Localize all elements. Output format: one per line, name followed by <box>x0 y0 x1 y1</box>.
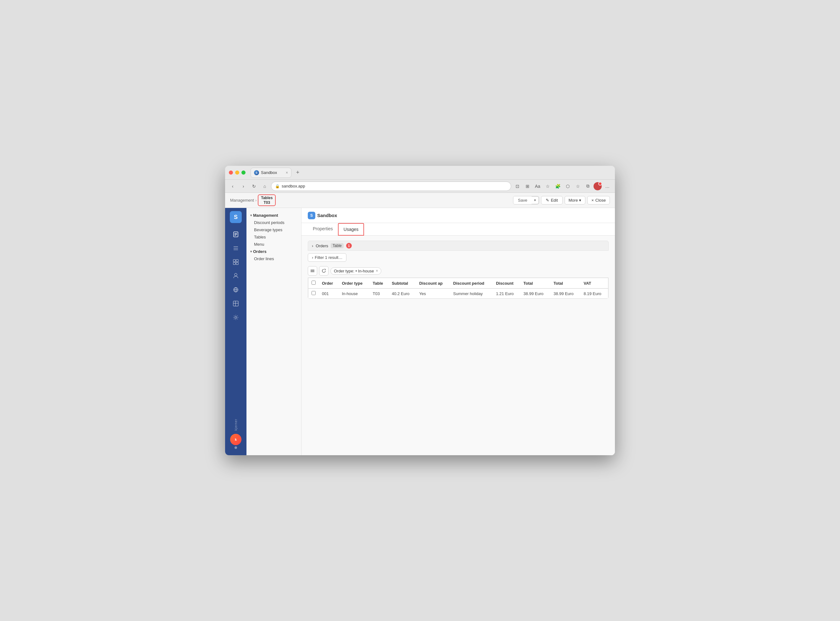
more-options-icon[interactable]: … <box>603 182 612 191</box>
svg-rect-14 <box>233 301 238 306</box>
address-bar[interactable]: 🔒 sandbox.app <box>271 182 511 191</box>
app-logo[interactable]: S <box>230 211 242 223</box>
row-checkbox[interactable] <box>311 291 316 295</box>
forward-button[interactable]: › <box>239 182 248 191</box>
breadcrumb-separator: › <box>255 198 257 203</box>
table-toolbar: Order type: • In-house × <box>308 264 609 277</box>
address-text: sandbox.app <box>282 184 305 188</box>
profiles-icon[interactable]: ⧉ <box>583 182 592 191</box>
browser-tab[interactable]: S Sandbox × <box>251 168 292 178</box>
breadcrumb: Management › Tables T03 <box>230 194 511 206</box>
filter-button[interactable]: › Filter 1 result… <box>308 253 346 262</box>
more-chevron-icon: ▾ <box>579 198 581 203</box>
save-button[interactable]: Save <box>514 196 532 204</box>
screen-share-icon[interactable]: ⊡ <box>513 182 522 191</box>
filter-chip: Order type: • In-house × <box>331 267 381 275</box>
usages-content: › Orders Table 1 › Filter 1 result… <box>302 236 615 455</box>
sidebar-icon-chart[interactable] <box>229 242 243 254</box>
col-header-discount: Discount <box>493 278 520 289</box>
reload-button[interactable]: ↻ <box>249 182 258 191</box>
cell-discount-period: Summer holiday <box>450 288 493 298</box>
tabs-bar: Properties Usages <box>302 223 615 236</box>
cell-order: 001 <box>319 288 338 298</box>
refresh-button[interactable] <box>319 266 328 276</box>
orders-chevron-icon: ▾ <box>250 250 252 253</box>
section-chevron-icon: › <box>312 244 313 248</box>
sidebar-icon-pages[interactable] <box>229 256 243 268</box>
user-avatar[interactable] <box>594 182 602 190</box>
edit-icon: ✎ <box>546 198 549 203</box>
minimize-window-button[interactable] <box>235 171 239 174</box>
main-layout: S kjerner k <box>225 208 615 455</box>
row-checkbox-cell <box>308 288 319 298</box>
nav-icons: ⊡ ⊞ Aa ☆ 🧩 ⬡ ☆ ⧉ … <box>513 182 612 191</box>
svg-rect-7 <box>233 259 236 262</box>
traffic-lights <box>229 171 246 174</box>
nav-item-beverage-types[interactable]: Beverage types <box>246 226 301 233</box>
orders-section-header[interactable]: › Orders Table 1 <box>308 241 609 251</box>
maximize-window-button[interactable] <box>242 171 246 174</box>
tab-usages[interactable]: Usages <box>338 223 364 236</box>
tab-favicon: S <box>254 170 259 175</box>
nav-panel: ▾ Management Discount periods Beverage t… <box>246 208 302 455</box>
bookmark-icon[interactable]: ☆ <box>573 182 582 191</box>
more-button[interactable]: More ▾ <box>565 196 586 204</box>
breadcrumb-toolbar: Management › Tables T03 Save ▾ ✎ Edit Mo… <box>225 193 615 208</box>
svg-rect-8 <box>236 259 238 262</box>
close-icon: × <box>591 198 594 203</box>
cell-total1: 38.99 Euro <box>520 288 550 298</box>
col-header-subtotal: Subtotal <box>388 278 416 289</box>
breadcrumb-management[interactable]: Management <box>230 198 254 203</box>
star-icon[interactable]: ☆ <box>543 182 552 191</box>
lock-icon: 🔒 <box>275 184 280 188</box>
grid-view-icon[interactable]: ⊞ <box>523 182 532 191</box>
save-dropdown-button[interactable]: ▾ <box>532 196 539 204</box>
nav-item-tables[interactable]: Tables <box>246 233 301 241</box>
sidebar-bottom: kjerner k <box>230 419 242 452</box>
filter-chip-remove[interactable]: × <box>376 269 378 273</box>
col-header-vat: VAT <box>580 278 608 289</box>
nav-orders-header[interactable]: ▾ Orders <box>246 248 301 255</box>
section-title: Orders <box>316 244 328 248</box>
tab-title: Sandbox <box>261 170 277 175</box>
filter-row: › Filter 1 result… <box>308 251 609 264</box>
table-row[interactable]: 001 In-house T03 40.2 Euro Yes Summer ho… <box>308 288 608 298</box>
breadcrumb-current-item[interactable]: Tables T03 <box>258 194 276 206</box>
orders-table: Order Order type Table Subtotal Discount… <box>308 278 608 298</box>
nav-management-header[interactable]: ▾ Management <box>246 212 301 219</box>
content-area: S Sandbox Properties Usages › Orders Tab… <box>302 208 615 455</box>
app-title-icon: S <box>308 212 315 219</box>
back-button[interactable]: ‹ <box>228 182 237 191</box>
sidebar-icon-settings[interactable] <box>229 311 243 324</box>
close-button[interactable]: × Close <box>587 196 610 204</box>
cell-subtotal: 40.2 Euro <box>388 288 416 298</box>
nav-bar: ‹ › ↻ ⌂ 🔒 sandbox.app ⊡ ⊞ Aa ☆ 🧩 ⬡ ☆ ⧉ … <box>225 180 615 193</box>
header-checkbox-cell <box>308 278 319 289</box>
col-header-discount-period: Discount period <box>450 278 493 289</box>
nav-item-order-lines[interactable]: Order lines <box>246 255 301 262</box>
font-icon[interactable]: Aa <box>533 182 542 191</box>
nav-item-menu[interactable]: Menu <box>246 241 301 248</box>
home-button[interactable]: ⌂ <box>260 182 269 191</box>
tab-properties[interactable]: Properties <box>308 223 338 236</box>
filter-chevron-icon: › <box>312 255 313 260</box>
sidebar-icon-document[interactable] <box>229 228 243 241</box>
sidebar-icon-globe[interactable] <box>229 283 243 296</box>
edit-button[interactable]: ✎ Edit <box>541 196 562 204</box>
sidebar-icon-grid[interactable] <box>229 297 243 310</box>
extension-icon[interactable]: 🧩 <box>553 182 562 191</box>
cell-discount: 1.21 Euro <box>493 288 520 298</box>
select-all-checkbox[interactable] <box>311 280 316 285</box>
split-view-icon[interactable]: ⬡ <box>564 182 572 191</box>
col-header-total2: Total <box>550 278 581 289</box>
kjerner-logo[interactable]: k <box>230 434 242 445</box>
close-window-button[interactable] <box>229 171 233 174</box>
table-header-row: Order Order type Table Subtotal Discount… <box>308 278 608 289</box>
tab-close-button[interactable]: × <box>286 171 288 175</box>
management-chevron-icon: ▾ <box>250 214 252 217</box>
filter-chip-text: Order type: • In-house <box>334 269 374 273</box>
column-settings-button[interactable] <box>308 266 317 276</box>
new-tab-button[interactable]: + <box>293 168 302 177</box>
sidebar-icon-user[interactable] <box>229 270 243 282</box>
nav-item-discount-periods[interactable]: Discount periods <box>246 219 301 226</box>
